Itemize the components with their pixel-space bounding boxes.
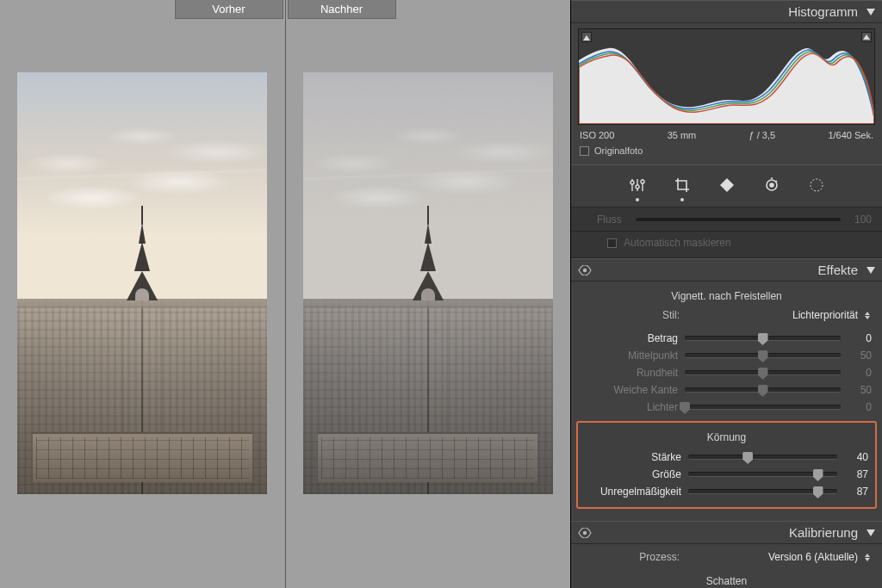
before-label: Vorher [175,0,283,19]
svg-point-3 [636,185,639,189]
effects-title: Effekte [818,263,858,277]
slider-thumb[interactable] [758,333,768,345]
collapse-icon [866,529,875,536]
svg-point-10 [811,179,823,191]
originalfoto-label: Originalfoto [594,145,643,156]
adjust-tool-icon[interactable] [628,176,647,195]
radial-tool-icon[interactable] [807,176,826,195]
automask-checkbox[interactable] [607,238,617,248]
before-after-preview: Vorher Nachher [0,0,570,588]
process-dropdown[interactable]: Version 6 (Aktuelle) [688,551,870,563]
calibration-params: Prozess: Version 6 (Aktuelle) Schatten T… [571,544,882,588]
flow-row: Fluss 100 [571,207,882,232]
slider-track[interactable] [685,405,841,410]
histogram-header[interactable]: Histogramm [571,0,882,23]
slider-track[interactable] [685,336,841,341]
after-photo[interactable] [303,72,553,494]
calibration-title: Kalibrierung [789,525,858,540]
meta-iso: ISO 200 [580,130,614,140]
svg-point-11 [583,268,587,271]
slider-label: Größe [585,468,681,480]
originalfoto-row[interactable]: Originalfoto [578,144,875,158]
meta-aperture: ƒ / 3,5 [749,130,776,140]
slider-thumb[interactable] [742,452,753,464]
automask-row[interactable]: Automatisch maskieren [571,232,882,258]
meta-focal: 35 mm [668,130,697,140]
vignette-style-row: Stil: Lichterpriorität [580,307,873,330]
slider-thumb[interactable] [758,385,768,397]
slider-thumb[interactable] [758,350,768,362]
slider-label: Mittelpunkt [581,350,678,362]
style-value: Lichterpriorität [792,309,858,321]
slider-value: 87 [844,468,868,480]
slider-row-lichter: Lichter0 [580,399,873,416]
slider-label: Betrag [581,332,678,344]
slider-value: 87 [844,486,868,498]
develop-panel: Histogramm ISO 200 35 mm ƒ / 3,5 1/640 S… [570,0,882,588]
eye-icon[interactable] [578,265,592,275]
originalfoto-checkbox[interactable] [580,146,589,156]
slider-label: Rundheit [581,367,678,379]
automask-label: Automatisch maskieren [624,237,731,249]
slider-track[interactable] [688,489,837,494]
slider-row-größe: Größe87 [583,466,870,483]
slider-row-mittelpunkt: Mittelpunkt50 [580,347,873,364]
brush-options-overflow: Fluss 100 Automatisch maskieren [571,207,882,258]
effects-params: Vignett. nach Freistellen Stil: Lichterp… [571,282,882,521]
svg-point-5 [641,180,644,183]
slider-track[interactable] [688,455,837,460]
before-photo[interactable] [17,72,267,494]
before-column: Vorher [0,0,286,588]
spot-tool-icon[interactable] [717,176,736,195]
process-row: Prozess: Version 6 (Aktuelle) [580,549,873,572]
slider-value: 0 [848,332,872,344]
calibration-header[interactable]: Kalibrierung [571,521,882,544]
meta-shutter: 1/640 Sek. [828,130,873,140]
after-column: Nachher [286,0,571,588]
grain-group-title: Körnung [583,428,870,449]
slider-row-rundheit: Rundheit0 [580,364,873,381]
collapse-icon [866,9,875,15]
slider-row-weiche kante: Weiche Kante50 [580,381,873,399]
process-value: Version 6 (Aktuelle) [768,551,858,563]
eye-icon[interactable] [578,528,592,538]
grain-highlight-box: Körnung Stärke40Größe87Unregelmäßigkeit8… [576,421,877,509]
process-label: Prozess: [583,551,680,563]
after-label: Nachher [288,0,396,19]
slider-value: 0 [848,367,872,379]
tool-strip [571,164,882,207]
histogram[interactable] [578,28,875,125]
slider-thumb[interactable] [813,486,823,498]
slider-track[interactable] [688,472,837,477]
histogram-metadata: ISO 200 35 mm ƒ / 3,5 1/640 Sek. [578,125,875,144]
slider-thumb[interactable] [758,368,768,380]
flow-value: 100 [854,214,872,226]
slider-label: Weiche Kante [581,384,678,396]
svg-point-7 [770,183,773,187]
slider-thumb[interactable] [680,402,690,414]
crop-tool-icon[interactable] [673,176,692,195]
slider-row-betrag: Betrag0 [580,330,873,347]
slider-thumb[interactable] [813,469,823,481]
slider-value: 50 [848,384,872,396]
flow-track[interactable] [636,218,841,221]
slider-row-unregelmäßigkeit: Unregelmäßigkeit87 [583,483,870,500]
collapse-icon [866,267,875,274]
style-dropdown[interactable]: Lichterpriorität [688,309,870,321]
svg-point-12 [583,530,587,534]
slider-track[interactable] [685,370,841,375]
slider-value: 50 [848,350,872,362]
slider-track[interactable] [685,353,841,358]
svg-line-9 [775,181,777,183]
slider-row-stärke: Stärke40 [583,449,870,466]
redeye-tool-icon[interactable] [762,176,781,195]
shadows-group-title: Schatten [580,572,873,588]
slider-value: 40 [844,451,868,463]
vignette-group-title: Vignett. nach Freistellen [580,287,873,307]
histogram-title: Histogramm [788,4,858,19]
style-label: Stil: [583,309,680,321]
slider-label: Stärke [585,451,681,463]
slider-track[interactable] [685,387,841,393]
slider-label: Lichter [581,401,678,413]
effects-header[interactable]: Effekte [571,258,882,282]
